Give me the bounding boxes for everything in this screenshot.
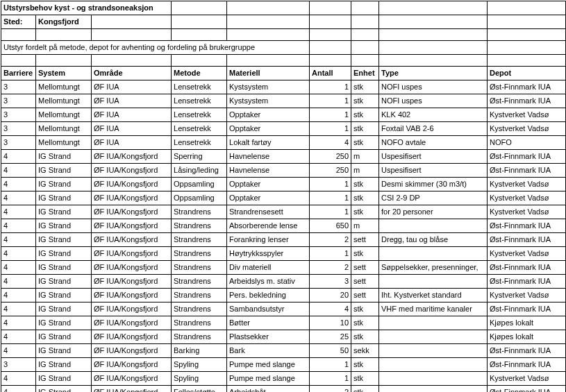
table-cell: Øst-Finnmark IUA <box>488 386 566 393</box>
table-row: 4IG StrandØF IUA/KongsfjordSpylingPumpe … <box>1 372 566 386</box>
table-cell: Sambandsutstyr <box>227 302 310 316</box>
table-cell: 4 <box>310 136 351 150</box>
table-cell: Kystverket Vadsø <box>488 247 566 261</box>
table-cell: IG Strand <box>36 372 92 386</box>
table-cell: 4 <box>1 275 36 289</box>
table-cell: stk <box>351 372 379 386</box>
table-cell: ØF IUA/Kongsfjord <box>92 372 172 386</box>
table-cell: 650 <box>310 219 351 233</box>
table-cell: 3 <box>1 108 36 122</box>
table-cell: 2 <box>310 261 351 275</box>
table-cell: m <box>351 164 379 178</box>
sted-value: Kongsfjord <box>36 15 92 29</box>
column-header: Depot <box>488 67 566 80</box>
table-cell: Strandrens <box>172 289 227 302</box>
table-cell: Arbeidsbåt <box>227 386 310 393</box>
table-cell: ØF IUA <box>92 108 172 122</box>
table-cell: stk <box>351 122 379 136</box>
table-cell: m <box>351 219 379 233</box>
table-cell: 250 <box>310 164 351 178</box>
blank-row <box>1 29 566 41</box>
table-cell: ØF IUA <box>92 94 172 108</box>
table-cell: ØF IUA/Kongsfjord <box>92 275 172 289</box>
table-cell: 4 <box>1 219 36 233</box>
table-cell: ØF IUA/Kongsfjord <box>92 386 172 393</box>
table-cell: IG Strand <box>36 316 92 330</box>
column-header: System <box>36 67 92 80</box>
table-cell: 250 <box>310 150 351 164</box>
table-cell: stk <box>351 136 379 150</box>
table-cell: KLK 402 <box>379 108 488 122</box>
table-cell: 1 <box>310 80 351 94</box>
table-cell: Foxtail VAB 2-6 <box>379 122 488 136</box>
table-cell: Øst-Finnmark IUA <box>488 261 566 275</box>
table-cell: 1 <box>310 178 351 191</box>
table-cell: 3 <box>1 122 36 136</box>
table-cell: sett <box>351 289 379 302</box>
table-cell: IG Strand <box>36 289 92 302</box>
table-cell: stk <box>351 178 379 191</box>
table-cell: ØF IUA/Kongsfjord <box>92 219 172 233</box>
table-cell <box>379 372 488 386</box>
table-cell: Opptaker <box>227 191 310 205</box>
page-title: Utstyrsbehov kyst - og strandsoneaksjon <box>1 1 172 15</box>
column-header: Område <box>92 67 172 80</box>
table-cell: Høytrykksspyler <box>227 247 310 261</box>
table-cell: Kystverket Vadsø <box>488 108 566 122</box>
table-cell <box>379 316 488 330</box>
table-cell: 50 <box>310 344 351 358</box>
table-cell: ØF IUA/Kongsfjord <box>92 164 172 178</box>
table-cell: Kystverket Vadsø <box>488 178 566 191</box>
table-cell: 3 <box>1 94 36 108</box>
table-cell: Bøtter <box>227 316 310 330</box>
table-cell: Øst-Finnmark IUA <box>488 94 566 108</box>
table-cell: ØF IUA/Kongsfjord <box>92 289 172 302</box>
table-cell: Øst-Finnmark IUA <box>488 233 566 247</box>
table-cell: ØF IUA/Kongsfjord <box>92 316 172 330</box>
table-cell: 4 <box>1 233 36 247</box>
table-cell: Strandrens <box>172 261 227 275</box>
table-cell: Strandrens <box>172 205 227 219</box>
table-cell: Spyling <box>172 372 227 386</box>
blank-row <box>1 55 566 67</box>
table-cell: Strandrens <box>172 233 227 247</box>
table-cell: IG Strand <box>36 261 92 275</box>
table-row: 4IG StrandØF IUA/KongsfjordStrandrensAbs… <box>1 219 566 233</box>
table-cell: ØF IUA/Kongsfjord <box>92 358 172 372</box>
table-cell: Plastsekker <box>227 330 310 344</box>
table-cell: Barking <box>172 344 227 358</box>
table-cell: IG Strand <box>36 178 92 191</box>
table-cell: 4 <box>1 164 36 178</box>
table-row: 4IG StrandØF IUA/KongsfjordSperringHavne… <box>1 150 566 164</box>
table-row: 4IG StrandØF IUA/KongsfjordStrandrensDiv… <box>1 261 566 275</box>
table-cell: ØF IUA/Kongsfjord <box>92 150 172 164</box>
table-cell: Spyling <box>172 358 227 372</box>
table-cell: 1 <box>310 191 351 205</box>
table-cell: 25 <box>310 330 351 344</box>
table-cell: Iht. Kystverket standard <box>379 289 488 302</box>
table-cell: VHF med maritime kanaler <box>379 302 488 316</box>
table-cell: ØF IUA/Kongsfjord <box>92 330 172 344</box>
table-cell: m <box>351 150 379 164</box>
table-cell: 2 <box>310 233 351 247</box>
table-cell: 4 <box>1 261 36 275</box>
table-cell: 4 <box>1 205 36 219</box>
table-cell: stk <box>351 191 379 205</box>
table-row: 4IG StrandØF IUA/KongsfjordStrandrensArb… <box>1 275 566 289</box>
table-cell: Absorberende lense <box>227 219 310 233</box>
table-cell: 3 <box>1 358 36 372</box>
table-cell: NOFO avtale <box>379 136 488 150</box>
table-cell <box>379 344 488 358</box>
column-header: Antall <box>310 67 351 80</box>
table-cell: IG Strand <box>36 386 92 393</box>
table-cell: 1 <box>310 358 351 372</box>
table-cell: 2 <box>310 386 351 393</box>
table-cell: 3 <box>1 80 36 94</box>
table-cell: Lensetrekk <box>172 122 227 136</box>
table-cell: 1 <box>310 247 351 261</box>
table-cell: 4 <box>1 316 36 330</box>
table-cell: Mellomtungt <box>36 136 92 150</box>
table-cell: Låsing/leding <box>172 164 227 178</box>
table-row: 4IG StrandØF IUA/KongsfjordOppsamlingOpp… <box>1 178 566 191</box>
table-cell: Mellomtungt <box>36 94 92 108</box>
